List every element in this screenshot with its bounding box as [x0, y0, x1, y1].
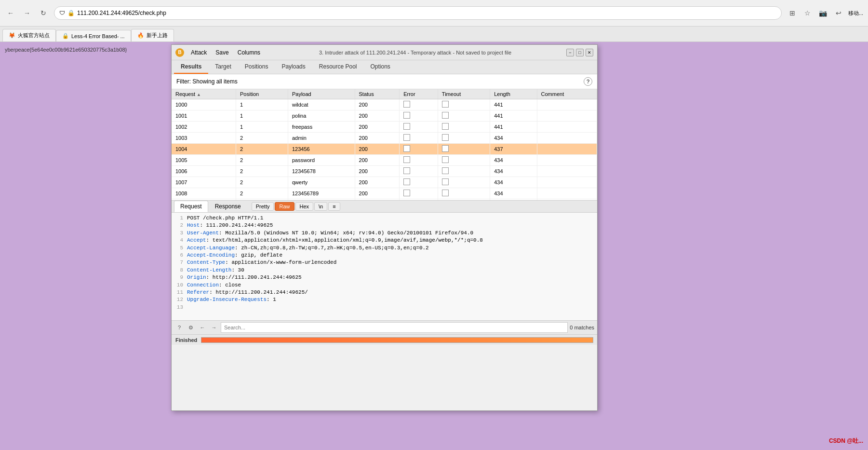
- screenshot-icon[interactable]: 📷: [817, 7, 829, 19]
- table-row[interactable]: 10072qwerty200434: [172, 177, 597, 188]
- table-row[interactable]: 10011polina200441: [172, 110, 597, 122]
- timeout-checkbox[interactable]: [442, 145, 449, 152]
- fire-icon: 🔥: [137, 32, 144, 39]
- lock-tab-icon: 🔒: [62, 33, 69, 39]
- extensions-icon[interactable]: ⊞: [787, 7, 798, 19]
- col-length[interactable]: Length: [490, 89, 537, 99]
- tab-positions[interactable]: Positions: [238, 60, 275, 74]
- timeout-checkbox[interactable]: [442, 167, 449, 174]
- error-checkbox[interactable]: [403, 134, 410, 141]
- request-content: 1POST /check.php HTTP/1.12Host: 111.200.…: [172, 213, 597, 320]
- table-row[interactable]: 10032admin200434: [172, 133, 597, 144]
- menu-columns[interactable]: Columns: [234, 48, 264, 57]
- next-search-icon[interactable]: →: [209, 323, 219, 332]
- back-arrow-icon[interactable]: ↩: [833, 7, 844, 19]
- back-button[interactable]: ←: [5, 7, 16, 19]
- minimize-button[interactable]: −: [566, 49, 574, 56]
- timeout-checkbox[interactable]: [442, 112, 449, 119]
- tab-request[interactable]: Request: [174, 201, 208, 212]
- nav-tab-bar: Results Target Positions Payloads Resour…: [172, 60, 597, 74]
- line-number: 10: [174, 282, 183, 289]
- prev-search-icon[interactable]: ←: [198, 323, 207, 332]
- format-raw[interactable]: Raw: [275, 202, 294, 211]
- error-checkbox[interactable]: [403, 112, 410, 119]
- table-row[interactable]: 10021freepass200441: [172, 122, 597, 133]
- tab-response[interactable]: Response: [209, 201, 247, 212]
- line-content: Accept-Encoding: gzip, deflate: [187, 252, 595, 259]
- req-resp-tab-bar: Request Response Pretty Raw Hex \n ≡: [172, 201, 597, 213]
- table-row[interactable]: 10042123456200437: [172, 144, 597, 155]
- maximize-button[interactable]: □: [576, 49, 584, 56]
- line-number: 7: [174, 259, 183, 266]
- menu-save[interactable]: Save: [212, 48, 232, 57]
- burp-logo-text: B: [178, 50, 181, 55]
- bookmark-icon[interactable]: ☆: [802, 7, 814, 19]
- timeout-checkbox[interactable]: [442, 178, 449, 185]
- tab-payloads[interactable]: Payloads: [275, 60, 312, 74]
- request-line: 3User-Agent: Mozilla/5.0 (Windows NT 10.…: [174, 230, 595, 237]
- error-checkbox[interactable]: [403, 178, 410, 185]
- format-menu[interactable]: ≡: [328, 202, 340, 211]
- tab-label: 新手上路: [147, 32, 168, 39]
- request-line: 9Origin: http://111.200.241.244:49625: [174, 274, 595, 281]
- line-content: Content-Type: application/x-www-form-url…: [187, 259, 595, 266]
- filter-bar: Filter: Showing all items ?: [172, 74, 597, 89]
- col-payload[interactable]: Payload: [288, 89, 355, 99]
- table-row[interactable]: 10052password200434: [172, 155, 597, 166]
- format-hex[interactable]: Hex: [295, 202, 314, 211]
- timeout-checkbox[interactable]: [442, 101, 449, 108]
- error-checkbox[interactable]: [403, 167, 410, 174]
- col-comment[interactable]: Comment: [537, 89, 597, 99]
- error-checkbox[interactable]: [403, 145, 410, 152]
- tab-label: Less-4 Error Based- ...: [71, 33, 125, 39]
- line-number: 4: [174, 237, 183, 244]
- request-line: 13: [174, 304, 595, 311]
- address-bar[interactable]: 🛡 🔒 111.200.241.244:49625/check.php: [54, 6, 782, 20]
- tab-less4[interactable]: 🔒 Less-4 Error Based- ...: [56, 30, 131, 41]
- error-checkbox[interactable]: [403, 190, 410, 196]
- col-error[interactable]: Error: [400, 89, 438, 99]
- timeout-checkbox[interactable]: [442, 134, 449, 141]
- search-input[interactable]: [221, 322, 568, 333]
- help-search-icon[interactable]: ?: [174, 323, 184, 332]
- request-line: 1POST /check.php HTTP/1.1: [174, 215, 595, 222]
- settings-search-icon[interactable]: ⚙: [186, 323, 196, 332]
- error-checkbox[interactable]: [403, 101, 410, 108]
- tab-target[interactable]: Target: [208, 60, 238, 74]
- menu-attack[interactable]: Attack: [187, 48, 211, 57]
- error-checkbox[interactable]: [403, 156, 410, 163]
- tab-resource-pool[interactable]: Resource Pool: [312, 60, 364, 74]
- request-line: 8Content-Length: 30: [174, 267, 595, 274]
- timeout-checkbox[interactable]: [442, 156, 449, 163]
- timeout-checkbox[interactable]: [442, 123, 449, 130]
- table-row[interactable]: 1006212345678200434: [172, 166, 597, 177]
- tab-options[interactable]: Options: [364, 60, 397, 74]
- help-icon[interactable]: ?: [584, 77, 592, 86]
- lock-icon: 🔒: [67, 10, 75, 16]
- col-status[interactable]: Status: [355, 89, 400, 99]
- left-sidebar: yberpeace{5e64ee0c00b9621e650320775c3a1b…: [0, 42, 169, 450]
- refresh-button[interactable]: ↻: [38, 7, 49, 19]
- filter-text[interactable]: Filter: Showing all items: [176, 78, 238, 85]
- format-pretty[interactable]: Pretty: [252, 202, 274, 211]
- close-button[interactable]: ✕: [586, 49, 593, 56]
- burp-logo: B: [175, 48, 184, 57]
- browser-right-icons: ⊞ ☆ 📷 ↩ 移动...: [787, 7, 863, 19]
- forward-button[interactable]: →: [21, 7, 33, 19]
- tab-firefox-official[interactable]: 🦊 火狐官方站点: [2, 29, 56, 41]
- timeout-checkbox[interactable]: [442, 190, 449, 196]
- address-text: 111.200.241.244:49625/check.php: [77, 10, 166, 16]
- tab-newbie[interactable]: 🔥 新手上路: [131, 29, 174, 41]
- request-line: 11Referer: http://111.200.241.244:49625/: [174, 289, 595, 296]
- col-timeout[interactable]: Timeout: [438, 89, 490, 99]
- line-number: 5: [174, 245, 183, 252]
- table-row[interactable]: 10082123456789200434: [172, 188, 597, 199]
- col-position[interactable]: Position: [236, 89, 288, 99]
- tab-results[interactable]: Results: [174, 60, 208, 74]
- col-request[interactable]: Request ▲: [172, 89, 236, 99]
- progress-bar-fill: [201, 338, 593, 342]
- table-row[interactable]: 10001wildcat200441: [172, 99, 597, 110]
- bottom-search-bar: ? ⚙ ← → 0 matches: [172, 320, 597, 334]
- format-newline[interactable]: \n: [314, 202, 327, 211]
- error-checkbox[interactable]: [403, 123, 410, 130]
